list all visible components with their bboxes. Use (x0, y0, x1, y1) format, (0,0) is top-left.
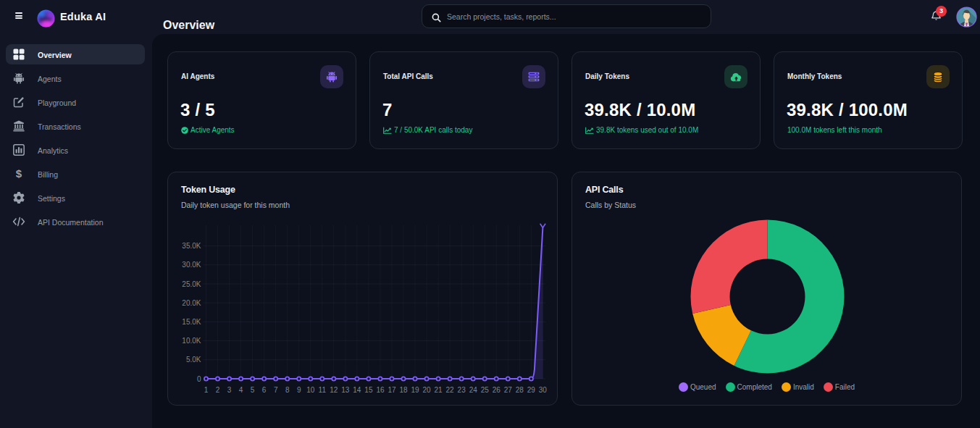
svg-text:26: 26 (493, 386, 501, 394)
svg-text:20.0K: 20.0K (182, 299, 201, 307)
svg-text:16: 16 (376, 386, 385, 394)
svg-text:30.0K: 30.0K (182, 261, 201, 269)
svg-text:35.0K: 35.0K (182, 242, 201, 250)
svg-text:5: 5 (251, 386, 255, 394)
svg-text:25: 25 (481, 386, 490, 394)
svg-text:21: 21 (435, 386, 443, 394)
svg-text:13: 13 (341, 386, 350, 394)
svg-text:14: 14 (353, 386, 361, 394)
svg-text:18: 18 (399, 386, 408, 394)
svg-text:4: 4 (239, 386, 243, 394)
svg-text:19: 19 (411, 386, 419, 394)
svg-text:15.0K: 15.0K (182, 318, 201, 326)
svg-text:29: 29 (527, 386, 536, 394)
svg-text:24: 24 (469, 386, 478, 394)
svg-text:22: 22 (446, 386, 455, 394)
svg-text:30: 30 (539, 386, 548, 394)
svg-text:0: 0 (197, 375, 201, 383)
svg-text:8: 8 (285, 386, 290, 394)
svg-text:7: 7 (274, 386, 278, 394)
svg-text:12: 12 (330, 386, 338, 394)
svg-text:2: 2 (216, 386, 220, 394)
svg-text:1: 1 (204, 386, 209, 394)
svg-text:23: 23 (458, 386, 466, 394)
svg-text:3: 3 (227, 386, 232, 394)
svg-text:25.0K: 25.0K (182, 280, 201, 288)
svg-text:9: 9 (297, 386, 301, 394)
svg-text:5.0K: 5.0K (186, 356, 201, 364)
svg-text:27: 27 (504, 386, 513, 394)
svg-text:10.0K: 10.0K (182, 337, 201, 345)
svg-text:20: 20 (423, 386, 432, 394)
svg-text:15: 15 (364, 386, 373, 394)
svg-text:10: 10 (306, 386, 315, 394)
svg-text:6: 6 (262, 386, 267, 394)
svg-text:28: 28 (516, 386, 524, 394)
svg-text:11: 11 (319, 386, 327, 394)
svg-text:17: 17 (388, 386, 396, 394)
